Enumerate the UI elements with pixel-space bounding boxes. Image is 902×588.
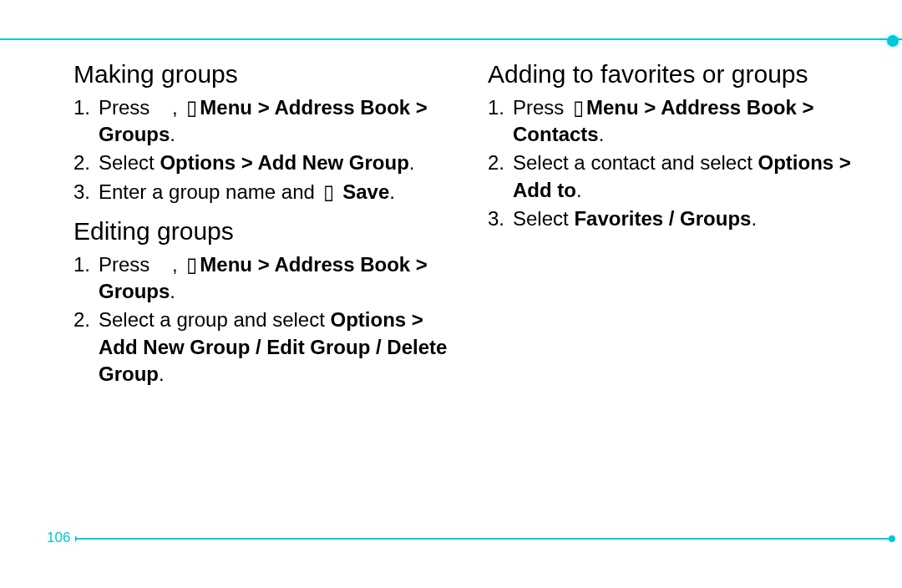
key-icon: ▯ [183,94,200,121]
key-icon: ▯ [183,251,200,278]
page-number: 106 [42,530,75,546]
step-item: Select a contact and select Options > Ad… [488,150,869,204]
left-column: Making groups Press , ▯Menu > Address Bo… [73,60,454,400]
step-text: . [599,123,605,145]
key-icon: ▯ [570,94,586,121]
step-bold: Options > Add New Group [160,151,408,174]
step-text: . [159,362,165,385]
step-item: Select Options > Add New Group. [73,150,454,176]
step-text: Press [99,253,155,276]
steps-list: Press ▯Menu > Address Book > Contacts. S… [488,94,869,233]
section-heading: Editing groups [73,217,454,246]
step-text: . [409,151,415,174]
step-text: Select a group and select [99,308,331,331]
key-icon: ▯ [321,179,337,205]
steps-list: Press , ▯Menu > Address Book > Groups. S… [73,94,454,206]
step-text: Select a contact and select [513,151,758,174]
section-editing-groups: Editing groups Press , ▯Menu > Address B… [73,217,454,388]
step-text: Select [513,207,574,230]
step-text: , [172,96,183,119]
step-text: . [170,280,175,302]
step-text: Enter a group name and [99,180,321,203]
footer-rule [73,538,892,540]
step-item: Press , ▯Menu > Address Book > Groups. [73,94,454,149]
step-bold: Favorites / Groups [574,207,751,230]
step-bold: Save [342,180,389,203]
page-content: Making groups Press , ▯Menu > Address Bo… [73,60,869,400]
step-text: . [576,179,582,201]
header-dot-icon [887,35,899,47]
section-heading: Adding to favorites or groups [488,60,869,89]
step-text: Press [99,96,155,119]
right-column: Adding to favorites or groups Press ▯Men… [488,60,869,400]
step-item: Select Favorites / Groups. [488,205,869,232]
section-adding-favorites: Adding to favorites or groups Press ▯Men… [488,60,869,232]
step-text: Select [99,151,160,174]
steps-list: Press , ▯Menu > Address Book > Groups. S… [73,251,454,388]
step-text: . [170,123,175,145]
step-text: . [751,207,757,230]
section-making-groups: Making groups Press , ▯Menu > Address Bo… [73,60,454,205]
step-item: Press ▯Menu > Address Book > Contacts. [488,94,869,149]
step-text: . [389,180,395,203]
step-item: Press , ▯Menu > Address Book > Groups. [73,251,454,306]
section-heading: Making groups [73,60,454,89]
header-rule [0,38,902,40]
step-text: , [172,253,183,276]
step-text: Press [513,96,570,119]
step-item: Select a group and select Options > Add … [73,307,454,388]
step-item: Enter a group name and ▯ Save. [73,179,454,205]
